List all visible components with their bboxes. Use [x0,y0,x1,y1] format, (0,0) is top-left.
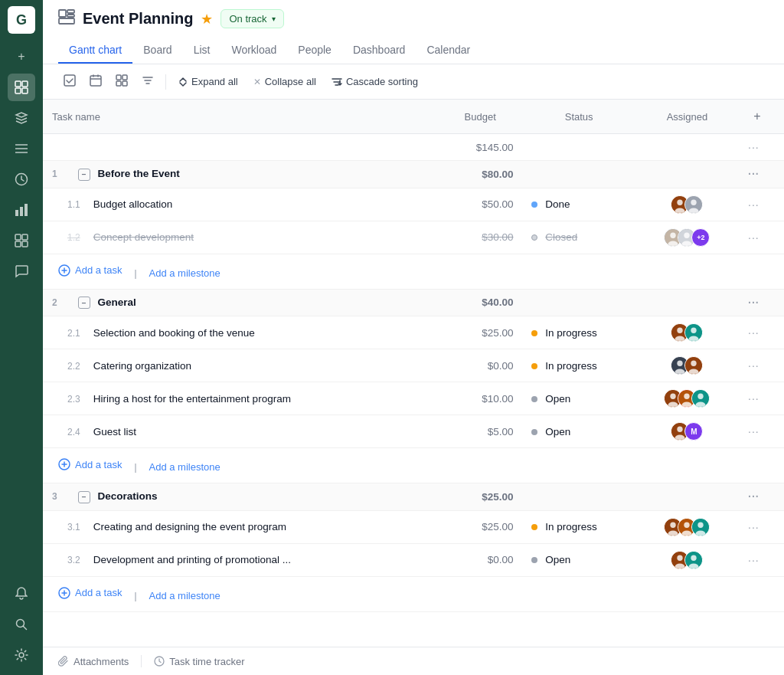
total-more-btn[interactable]: ··· [748,141,760,153]
group-row-2: 2 − General $40.00 ··· [43,289,784,316]
task-row-2-1: 2.1 Selection and booking of the venue $… [43,316,784,349]
filter-tool-btn[interactable] [136,70,159,93]
task-2-3-assigned [635,382,739,415]
svg-rect-2 [15,88,21,93]
task-3-2-assigned [635,543,739,576]
task-3-1-more-btn[interactable]: ··· [748,521,760,533]
checkbox-tool-btn[interactable] [58,70,81,93]
add-milestone-btn-2[interactable]: Add a milestone [142,458,226,476]
add-task-row-3: Add a task | Add a milestone [43,576,784,611]
attachments-btn[interactable]: Attachments [58,656,129,667]
tab-dashboard[interactable]: Dashboard [342,38,416,64]
group-1-more-btn[interactable]: ··· [748,168,760,180]
task-1-2-avatars: +2 [645,228,730,247]
expand-all-button[interactable]: Expand all [172,72,244,91]
task-2-1-actions: ··· [739,316,784,349]
group-3-budget: $25.00 [438,483,523,511]
group-row-3: 3 − Decorations $25.00 ··· [43,483,784,511]
group-1-collapse-icon[interactable]: − [78,169,90,181]
group-tool-btn[interactable] [110,70,133,93]
tab-people[interactable]: People [287,38,342,64]
task-2-1-more-btn[interactable]: ··· [748,326,760,339]
group-2-more-btn[interactable]: ··· [748,297,760,309]
task-1-1-name-cell: 1.1 Budget allocation [43,188,438,221]
tab-board[interactable]: Board [132,38,182,64]
add-milestone-btn-3[interactable]: Add a milestone [142,587,226,605]
toolbar: Expand all ✕ Collapse all Cascade sortin… [43,64,784,100]
sidebar-icon-settings[interactable] [8,641,35,669]
task-1-2-name: Concept development [93,231,194,243]
tab-workload[interactable]: Workload [220,38,287,64]
task-row-2-4: 2.4 Guest list $5.00 Open M [43,415,784,448]
app-logo[interactable]: G [8,6,35,34]
sidebar-icon-plus[interactable]: + [8,43,35,70]
svg-point-78 [691,555,697,560]
add-task-btn-2[interactable]: Add a task [52,455,128,473]
task-2-3-status-text: Open [545,393,570,405]
sidebar-icon-chat[interactable] [8,257,35,285]
task-3-1-status-dot [531,524,537,530]
svg-point-34 [671,232,676,238]
sidebar-icon-clock[interactable] [8,165,35,193]
group-3-title: Decorations [98,490,158,502]
svg-point-28 [678,199,683,205]
cascade-sorting-button[interactable]: Cascade sorting [325,72,424,91]
task-2-3-avatars [645,389,730,408]
add-task-btn-1[interactable]: Add a task [52,261,128,280]
group-3-collapse-icon[interactable]: − [78,491,90,503]
svg-point-44 [691,328,697,333]
task-2-3-budget: $10.00 [438,382,523,415]
svg-rect-24 [122,75,127,80]
task-2-1-status-text: In progress [545,327,597,339]
total-label [43,134,438,161]
sidebar-icon-bell[interactable] [8,580,35,608]
task-1-1-assigned [635,188,739,221]
group-2-num: 2 [52,297,75,308]
tab-gantt-chart[interactable]: Gantt chart [58,38,132,64]
add-milestone-btn-1[interactable]: Add a milestone [142,264,226,282]
col-header-budget: Budget [438,100,523,134]
task-1-2-assigned: +2 [635,221,739,254]
task-1-2-status: Closed [522,221,635,254]
add-task-btn-3[interactable]: Add a task [52,584,128,602]
sidebar: G + [0,0,43,675]
svg-point-45 [689,336,699,342]
svg-rect-18 [67,10,74,13]
calendar-tool-btn[interactable] [84,70,107,93]
sidebar-icon-projects[interactable] [8,74,35,101]
group-row-1: 1 − Before the Event $80.00 ··· [43,161,784,188]
task-row-2-2: 2.2 Catering organization $0.00 In progr… [43,349,784,382]
task-2-3-more-btn[interactable]: ··· [748,392,760,405]
group-3-more-btn[interactable]: ··· [748,490,760,503]
task-1-2-more-btn[interactable]: ··· [748,231,760,244]
add-column-button[interactable]: + [748,107,766,126]
svg-rect-9 [20,207,23,216]
status-badge[interactable]: On track ▾ [220,9,283,28]
task-time-tracker-btn[interactable]: Task time tracker [154,656,244,667]
col-header-add[interactable]: + [739,100,784,134]
tab-calendar[interactable]: Calendar [416,38,481,64]
favorite-icon[interactable]: ★ [201,11,213,28]
task-2-2-more-btn[interactable]: ··· [748,359,760,372]
task-2-2-status: In progress [522,349,635,382]
sidebar-icon-grid[interactable] [8,227,35,254]
group-2-collapse-icon[interactable]: − [78,297,90,309]
sidebar-icon-layers[interactable] [8,104,35,132]
task-2-4-actions: ··· [739,415,784,448]
task-1-1-more-btn[interactable]: ··· [748,198,760,211]
sidebar-icon-list[interactable] [8,135,35,162]
avatar [691,389,710,408]
task-1-2-status-text: Closed [545,231,577,243]
collapse-all-button[interactable]: ✕ Collapse all [247,72,322,91]
svg-rect-8 [15,210,18,216]
svg-rect-10 [24,204,28,216]
task-3-2-more-btn[interactable]: ··· [748,554,760,566]
task-2-4-more-btn[interactable]: ··· [748,425,760,437]
sidebar-icon-search[interactable] [8,611,35,638]
group-2-assigned [635,289,739,316]
tab-list[interactable]: List [183,38,221,64]
sidebar-icon-chart[interactable] [8,196,35,224]
task-3-2-name: Development and printing of promotional … [93,554,291,565]
task-3-1-status-text: In progress [545,521,597,532]
task-2-3-status: Open [522,382,635,415]
